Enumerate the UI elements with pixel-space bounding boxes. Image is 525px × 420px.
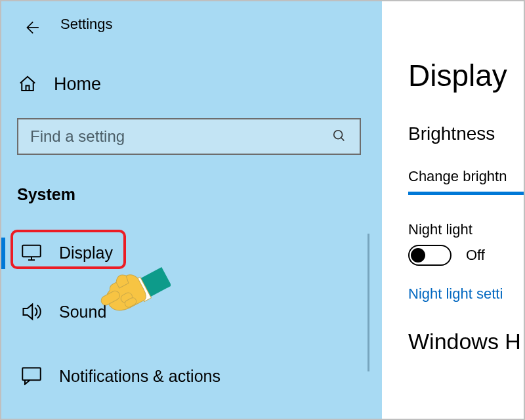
brightness-label: Change brightn (408, 168, 525, 185)
chat-icon (21, 366, 42, 387)
section-heading-windows-hd: Windows H (408, 329, 525, 354)
sidebar-item-notifications[interactable]: Notifications & actions (1, 356, 369, 396)
svg-marker-7 (24, 304, 33, 320)
content-panel: Display Brightness Change brightn Night … (382, 1, 525, 419)
svg-rect-4 (22, 245, 41, 257)
sidebar-item-label: Sound (59, 303, 106, 322)
monitor-icon (21, 242, 42, 263)
toggle-knob (411, 248, 425, 262)
search-placeholder: Find a setting (30, 127, 332, 146)
page-title: Display (408, 58, 525, 93)
sidebar-item-label: Display (59, 243, 113, 262)
sidebar-item-sound[interactable]: Sound (1, 291, 369, 332)
home-label: Home (54, 74, 101, 94)
sidebar-item-label: Notifications & actions (59, 367, 220, 386)
sidebar-item-home[interactable]: Home (17, 74, 101, 94)
window-title: Settings (60, 16, 113, 33)
sidebar-section-label: System (17, 185, 75, 204)
night-light-state: Off (466, 247, 485, 264)
search-icon (332, 129, 348, 144)
search-input[interactable]: Find a setting (17, 118, 361, 155)
svg-rect-8 (22, 368, 41, 381)
home-icon (17, 74, 38, 94)
night-light-label: Night light (408, 221, 525, 238)
arrow-left-icon (23, 19, 40, 36)
settings-window: Settings Home Find a setting System (0, 0, 525, 420)
brightness-slider[interactable] (408, 192, 525, 195)
sidebar-item-display[interactable]: Display (1, 232, 369, 273)
svg-line-3 (341, 138, 345, 141)
section-heading-brightness: Brightness (408, 123, 525, 144)
svg-point-2 (334, 131, 343, 139)
speaker-icon (21, 301, 42, 322)
back-button[interactable] (18, 14, 45, 41)
svg-rect-1 (26, 86, 30, 91)
night-light-toggle[interactable] (408, 245, 452, 266)
sidebar: Settings Home Find a setting System (1, 1, 382, 419)
scrollbar[interactable] (368, 234, 369, 371)
night-light-settings-link[interactable]: Night light setti (408, 285, 525, 303)
